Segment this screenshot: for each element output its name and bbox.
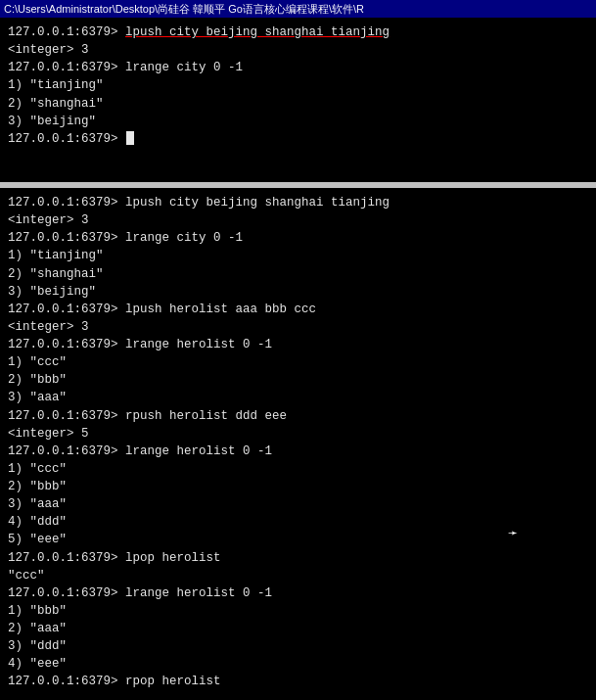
terminal-line: 1) "ccc" (8, 460, 588, 478)
title-bar-text: C:\Users\Administrator\Desktop\尚硅谷 韓顺平 G… (4, 2, 592, 17)
terminal-bottom: 127.0.0.1:6379> lpush city beijing shang… (0, 188, 596, 700)
panel-divider (0, 182, 596, 185)
terminal-line: 127.0.0.1:6379> (8, 130, 588, 148)
terminal-line: 127.0.0.1:6379> lpush city beijing shang… (8, 194, 588, 211)
terminal-line: <integer> 3 (8, 211, 588, 229)
terminal-line: 3) "ddd" (8, 637, 588, 655)
terminal-top: 127.0.0.1:6379> lpush city beijing shang… (0, 18, 596, 182)
terminal-line: 1) "bbb" (8, 602, 588, 620)
terminal-line: 127.0.0.1:6379> lpop herolist (8, 549, 588, 567)
terminal-line: 1) "ccc" (8, 353, 588, 371)
terminal-line: 3) "beijing" (8, 283, 588, 301)
terminal-line: 127.0.0.1:6379> lrange herolist 0 -1 (8, 336, 588, 353)
terminal-line: 5) "eee" (8, 531, 588, 548)
terminal-line: 1) "tianjing" (8, 76, 588, 94)
terminal-line: 2) "shanghai" (8, 265, 588, 283)
terminal-line: 127.0.0.1:6379> lrange city 0 -1 (8, 59, 588, 76)
terminal-line: 127.0.0.1:6379> lpush herolist aaa bbb c… (8, 301, 588, 318)
main-window: C:\Users\Administrator\Desktop\尚硅谷 韓顺平 G… (0, 0, 596, 700)
terminal-line: 3) "aaa" (8, 389, 588, 406)
command-underlined: lpush city beijing shanghai tianjing (125, 25, 390, 39)
terminal-line: 127.0.0.1:6379> rpop herolist (8, 673, 588, 690)
terminal-line: 4) "eee" (8, 655, 588, 673)
terminal-line: 2) "aaa" (8, 620, 588, 637)
terminal-line: 127.0.0.1:6379> lrange herolist 0 -1 (8, 584, 588, 602)
terminal-line: 2) "bbb" (8, 371, 588, 389)
terminal-line: 3) "aaa" (8, 495, 588, 513)
terminal-line: 127.0.0.1:6379> lrange herolist 0 -1 (8, 443, 588, 460)
terminal-line: 127.0.0.1:6379> lpush city beijing shang… (8, 23, 588, 41)
terminal-line: 127.0.0.1:6379> lrange city 0 -1 (8, 229, 588, 247)
cursor (126, 131, 134, 145)
terminal-line: 4) "ddd" (8, 513, 588, 531)
terminal-line: 3) "beijing" (8, 113, 588, 130)
terminal-line: 1) "tianjing" (8, 247, 588, 264)
terminal-line: <integer> 5 (8, 425, 588, 443)
terminal-line: 127.0.0.1:6379> rpush herolist ddd eee (8, 407, 588, 425)
terminal-line: 2) "shanghai" (8, 95, 588, 113)
terminal-line: 2) "bbb" (8, 478, 588, 495)
title-bar: C:\Users\Administrator\Desktop\尚硅谷 韓顺平 G… (0, 0, 596, 18)
terminal-line: "ccc" (8, 567, 588, 584)
terminal-line: <integer> 3 (8, 318, 588, 336)
prompt-text: 127.0.0.1:6379> (8, 25, 125, 39)
terminal-line: <integer> 3 (8, 41, 588, 59)
